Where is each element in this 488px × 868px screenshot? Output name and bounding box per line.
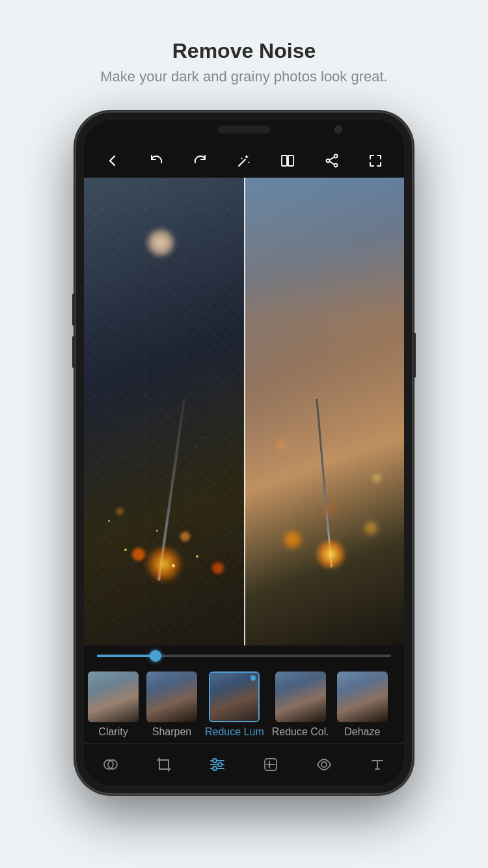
top-toolbar	[84, 144, 404, 178]
compare-button[interactable]	[276, 149, 299, 172]
text-nav-button[interactable]	[363, 750, 392, 779]
tool-clarity-label: Clarity	[98, 726, 128, 738]
page-title: Remove Noise	[100, 39, 387, 63]
slider-thumb[interactable]	[150, 650, 161, 662]
notch-bar	[84, 120, 404, 144]
header-section: Remove Noise Make your dark and grainy p…	[100, 39, 387, 85]
notch-pill	[218, 126, 270, 133]
image-left-side	[84, 178, 244, 645]
image-area[interactable]	[84, 178, 404, 645]
volume-up-button	[72, 293, 75, 326]
tool-sharpen-label: Sharpen	[152, 726, 192, 738]
front-camera	[334, 126, 342, 133]
crop-nav-button[interactable]	[150, 750, 178, 779]
back-button[interactable]	[101, 149, 124, 172]
slider-fill	[97, 655, 156, 657]
slider-area	[84, 645, 404, 666]
tool-sharpen[interactable]: Sharpen	[142, 669, 201, 743]
svg-point-4	[334, 155, 337, 158]
magic-wand-button[interactable]	[232, 149, 256, 172]
tools-strip: Clarity Sharpen Reduce Lum	[84, 666, 404, 743]
page-subtitle: Make your dark and grainy photos look gr…	[100, 68, 387, 85]
sparkler-glow-right	[314, 538, 347, 571]
image-right-side	[244, 178, 404, 645]
slider-track[interactable]	[97, 655, 391, 657]
svg-line-7	[329, 157, 334, 160]
volume-down-button	[72, 336, 75, 368]
tool-reduce-lum-label: Reduce Lum	[205, 726, 264, 738]
blend-nav-button[interactable]	[96, 750, 125, 779]
redo-button[interactable]	[189, 149, 212, 172]
tool-dehaze[interactable]: Dehaze	[333, 669, 392, 743]
svg-line-8	[329, 161, 334, 165]
svg-rect-11	[159, 760, 169, 769]
svg-point-16	[218, 763, 222, 766]
svg-point-5	[334, 164, 337, 167]
svg-point-19	[321, 762, 327, 767]
tool-clarity[interactable]: Clarity	[84, 669, 142, 743]
fullscreen-button[interactable]	[364, 149, 387, 172]
power-button	[413, 332, 416, 378]
svg-point-17	[213, 766, 217, 770]
share-button[interactable]	[320, 149, 344, 172]
svg-point-15	[213, 759, 217, 763]
adjustments-nav-button[interactable]	[203, 750, 232, 779]
phone-mockup: Clarity Sharpen Reduce Lum	[75, 111, 413, 794]
svg-rect-1	[282, 156, 287, 166]
tool-dehaze-label: Dehaze	[344, 726, 380, 738]
healing-nav-button[interactable]	[256, 750, 285, 779]
svg-rect-2	[288, 156, 293, 166]
phone-screen: Clarity Sharpen Reduce Lum	[84, 120, 404, 785]
redeye-nav-button[interactable]	[310, 750, 338, 779]
tool-reduce-col[interactable]: Reduce Col.	[268, 669, 333, 743]
svg-line-0	[239, 159, 245, 166]
split-divider[interactable]	[244, 178, 245, 645]
tool-reduce-lum[interactable]: Reduce Lum	[201, 669, 268, 743]
sparkler-glow-left	[144, 545, 183, 584]
tool-reduce-col-label: Reduce Col.	[272, 726, 329, 738]
undo-button[interactable]	[144, 149, 168, 172]
bottom-nav	[84, 743, 404, 785]
